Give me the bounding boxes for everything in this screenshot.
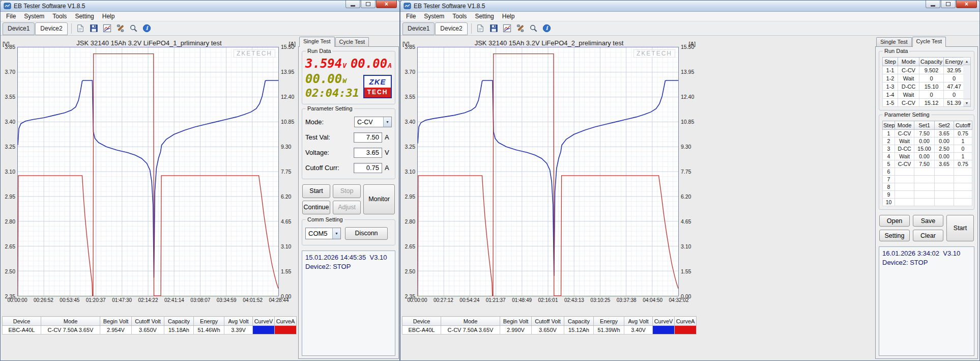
tab-device2[interactable]: Device2 — [35, 22, 67, 35]
chevron-down-icon[interactable]: ▼ — [332, 228, 340, 239]
cell[interactable]: 0 — [954, 145, 972, 153]
minimize-button[interactable] — [926, 1, 940, 8]
setting-button[interactable]: Setting — [879, 230, 910, 241]
cell[interactable] — [895, 199, 914, 206]
menu-item-system[interactable]: System — [20, 12, 48, 20]
menu-item-setting[interactable]: Setting — [471, 12, 498, 20]
menu-item-help[interactable]: Help — [498, 12, 519, 20]
tab-cycle-test[interactable]: Cycle Test — [912, 37, 946, 47]
cell[interactable]: 2.50 — [935, 145, 954, 153]
info-icon[interactable]: i — [541, 22, 553, 35]
scroll-down-icon[interactable]: ▼ — [963, 99, 970, 106]
cell[interactable] — [935, 183, 954, 191]
cell[interactable] — [954, 191, 972, 199]
tab-cycle-test[interactable]: Cycle Test — [335, 37, 369, 46]
mode-select[interactable]: C-CV ▼ — [354, 117, 392, 127]
open-file-icon[interactable] — [475, 22, 487, 35]
cell[interactable]: 3.65 — [935, 130, 954, 137]
cell[interactable] — [935, 168, 954, 176]
cell[interactable]: 0.75 — [954, 160, 972, 168]
cell[interactable]: Wait — [895, 153, 914, 160]
cell[interactable]: 2 — [883, 137, 895, 145]
tab-single-test[interactable]: Single Test — [876, 37, 912, 46]
menu-item-help[interactable]: Help — [98, 12, 119, 20]
cell[interactable]: 7.50 — [914, 160, 935, 168]
cell[interactable]: 8 — [883, 183, 895, 191]
tab-single-test[interactable]: Single Test — [299, 37, 335, 47]
close-button[interactable]: × — [376, 1, 397, 8]
cell[interactable]: 7.50 — [914, 130, 935, 137]
cell[interactable]: 0.00 — [914, 137, 935, 145]
scroll-up-icon[interactable]: ▲ — [963, 58, 970, 65]
menu-item-system[interactable]: System — [420, 12, 448, 20]
adjust-button[interactable]: Adjust — [333, 201, 361, 214]
menu-item-file[interactable]: File — [402, 12, 420, 20]
scrollbar[interactable]: ▲ ▼ — [963, 57, 971, 107]
cutoff-curr-field[interactable]: 0.75 — [354, 163, 382, 173]
maximize-button[interactable] — [941, 1, 956, 8]
disconnect-button[interactable]: Disconn — [345, 227, 388, 240]
cell[interactable]: 3.65 — [935, 160, 954, 168]
cell[interactable] — [895, 168, 914, 176]
chevron-down-icon[interactable]: ▼ — [383, 117, 391, 127]
cell[interactable]: 4 — [883, 153, 895, 160]
cell[interactable]: 9 — [883, 191, 895, 199]
cell[interactable] — [954, 183, 972, 191]
scroll-track[interactable] — [963, 65, 970, 99]
cell[interactable]: 6 — [883, 168, 895, 176]
start-button[interactable]: Start — [302, 184, 330, 198]
cell[interactable]: 0.00 — [914, 153, 935, 160]
cell[interactable] — [954, 199, 972, 206]
zoom-icon[interactable] — [528, 22, 540, 35]
close-button[interactable]: × — [956, 1, 977, 8]
tab-device2[interactable]: Device2 — [435, 22, 467, 35]
cell[interactable]: Wait — [895, 137, 914, 145]
stop-button[interactable]: Stop — [333, 184, 361, 198]
save-icon[interactable] — [488, 22, 500, 35]
cell[interactable]: D-CC — [895, 145, 914, 153]
cell[interactable] — [935, 199, 954, 206]
minimize-button[interactable] — [345, 1, 360, 8]
save-icon[interactable] — [88, 22, 100, 35]
cell[interactable] — [954, 168, 972, 176]
cell[interactable]: 5 — [883, 160, 895, 168]
cell[interactable] — [895, 176, 914, 183]
cell[interactable]: 0.00 — [935, 137, 954, 145]
info-icon[interactable]: i — [141, 22, 153, 35]
cell[interactable]: 1 — [954, 153, 972, 160]
zoom-icon[interactable] — [128, 22, 140, 35]
cell[interactable]: 7 — [883, 176, 895, 183]
cell[interactable] — [954, 176, 972, 183]
tools-icon[interactable] — [114, 22, 127, 35]
monitor-button[interactable]: Monitor — [363, 184, 395, 214]
com-port-select[interactable]: COM5 ▼ — [305, 228, 341, 239]
tools-icon[interactable] — [514, 22, 527, 35]
cell[interactable] — [935, 176, 954, 183]
test-val-field[interactable]: 7.50 — [354, 132, 382, 143]
tab-device1[interactable]: Device1 — [402, 22, 435, 35]
cell[interactable] — [914, 183, 935, 191]
cell[interactable]: 1 — [954, 137, 972, 145]
maximize-button[interactable] — [361, 1, 376, 8]
cell[interactable] — [914, 168, 935, 176]
open-file-icon[interactable] — [75, 22, 87, 35]
cell[interactable] — [895, 183, 914, 191]
open-button[interactable]: Open — [879, 215, 910, 227]
menu-item-tools[interactable]: Tools — [448, 12, 471, 20]
cell[interactable]: 0.00 — [935, 153, 954, 160]
start-button[interactable]: Start — [946, 215, 974, 241]
cell[interactable] — [895, 191, 914, 199]
save-button[interactable]: Save — [913, 215, 943, 227]
continue-button[interactable]: Continue — [302, 201, 330, 214]
cell[interactable]: 10 — [883, 199, 895, 206]
chart-icon[interactable] — [501, 22, 513, 35]
chart-icon[interactable] — [101, 22, 113, 35]
cell[interactable] — [914, 199, 935, 206]
cell[interactable]: C-CV — [895, 160, 914, 168]
menu-item-setting[interactable]: Setting — [71, 12, 98, 20]
menu-item-tools[interactable]: Tools — [48, 12, 71, 20]
cell[interactable] — [914, 191, 935, 199]
menu-item-file[interactable]: File — [2, 12, 20, 20]
cell[interactable]: 1 — [883, 130, 895, 137]
clear-button[interactable]: Clear — [913, 230, 943, 241]
